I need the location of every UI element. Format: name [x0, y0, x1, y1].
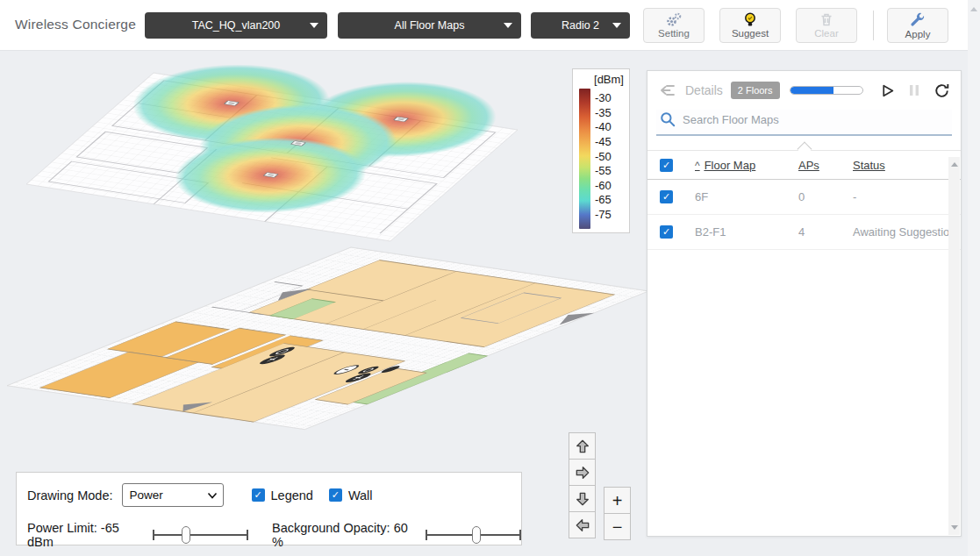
zoom-out-button[interactable]: −	[604, 513, 631, 540]
clear-button[interactable]: Clear	[796, 8, 857, 43]
legend-tick: -65	[595, 194, 612, 205]
floor-name: B2-F1	[695, 225, 798, 239]
pan-up-button[interactable]	[569, 432, 596, 460]
legend-tick: -50	[595, 151, 612, 162]
background-opacity-label: Background Opacity: 60 %	[272, 521, 418, 549]
gears-icon	[665, 12, 683, 27]
scroll-up-icon[interactable]	[951, 162, 958, 167]
table-row-6f[interactable]: 6F 0 -	[647, 180, 961, 215]
table-row-b2f1[interactable]: B2-F1 4 Awaiting Suggestion	[647, 215, 961, 250]
table-header-row: ^Floor Map APs Status	[647, 150, 961, 180]
legend-tick: -60	[595, 180, 612, 191]
power-limit-slider[interactable]	[153, 525, 248, 545]
search-input[interactable]	[683, 113, 950, 126]
legend-title: [dBm]	[579, 73, 624, 86]
page-scrollbar[interactable]	[968, 0, 980, 556]
app-title: Wireless Concierge	[15, 17, 136, 32]
refresh-icon[interactable]	[934, 82, 950, 99]
network-dropdown[interactable]: TAC_HQ_vlan200	[145, 12, 327, 39]
scroll-down-icon[interactable]	[951, 525, 958, 530]
floor-map-b2f1	[7, 247, 648, 430]
legend-tick: -45	[595, 136, 612, 147]
floor-map-table: ^Floor Map APs Status 6F 0 - B2-F1 4 Awa…	[647, 150, 961, 250]
arrow-left-icon	[574, 517, 591, 534]
pan-left-button[interactable]	[569, 511, 596, 538]
row-checkbox[interactable]	[660, 190, 673, 203]
ap-count: 0	[798, 190, 853, 203]
apply-button[interactable]: Apply	[887, 8, 948, 43]
ap-count: 4	[798, 225, 853, 239]
details-panel-header: Details 2 Floors	[647, 71, 961, 106]
table-notch	[797, 142, 812, 157]
top-toolbar: Wireless Concierge TAC_HQ_vlan200 All Fl…	[0, 0, 980, 51]
column-header-status[interactable]: Status	[853, 159, 961, 172]
row-checkbox[interactable]	[660, 225, 673, 239]
caret-down-icon	[504, 23, 512, 28]
power-limit-slider-thumb[interactable]	[182, 526, 190, 544]
floor-maps-dropdown-value: All Floor Maps	[338, 19, 521, 32]
chevron-down-icon	[207, 491, 218, 500]
network-dropdown-value: TAC_HQ_vlan200	[145, 19, 327, 32]
radio-dropdown[interactable]: Radio 2	[531, 12, 630, 39]
details-panel: Details 2 Floors ^Floor Map	[647, 70, 962, 537]
drawing-mode-value: Power	[130, 488, 163, 502]
drawing-controls-panel: Drawing Mode: Power Legend Wall Power Li…	[16, 472, 522, 545]
table-body: 6F 0 - B2-F1 4 Awaiting Suggestion	[647, 180, 961, 250]
floor-maps-dropdown[interactable]: All Floor Maps	[338, 12, 521, 39]
panel-scrollbar[interactable]	[948, 157, 960, 535]
setting-button[interactable]: Setting	[643, 8, 705, 43]
zoom-controls: + −	[604, 488, 631, 540]
legend-checkbox-label: Legend	[271, 488, 313, 503]
column-header-floor-map[interactable]: ^Floor Map	[695, 159, 798, 172]
pan-down-button[interactable]	[569, 485, 596, 512]
legend-checkbox[interactable]	[252, 488, 265, 502]
pan-right-button[interactable]	[569, 459, 596, 486]
apply-button-label: Apply	[905, 29, 931, 39]
legend-tick: -35	[595, 107, 612, 118]
pause-icon[interactable]	[908, 83, 920, 97]
scroll-up-icon[interactable]	[970, 7, 977, 11]
column-header-aps[interactable]: APs	[798, 159, 853, 172]
caret-down-icon	[612, 23, 621, 28]
background-opacity-slider[interactable]	[426, 525, 521, 545]
arrow-right-icon	[574, 464, 591, 481]
clear-button-label: Clear	[814, 28, 838, 39]
background-opacity-slider-thumb[interactable]	[472, 526, 481, 544]
drawing-mode-label: Drawing Mode:	[27, 488, 113, 503]
pan-controls	[569, 433, 596, 538]
wall-checkbox[interactable]	[329, 488, 342, 502]
legend-tick: -55	[595, 165, 612, 176]
suggest-button[interactable]: Suggest	[719, 8, 781, 43]
lightbulb-icon	[743, 12, 757, 27]
floor-name: 6F	[695, 190, 798, 203]
wall-checkbox-label: Wall	[348, 488, 373, 503]
suggest-button-label: Suggest	[732, 28, 769, 39]
legend-toggle[interactable]: Legend	[252, 488, 313, 503]
select-all-checkbox[interactable]	[660, 159, 673, 172]
play-icon[interactable]	[880, 83, 895, 98]
collapse-panel-icon[interactable]	[658, 82, 677, 98]
wall-toggle[interactable]: Wall	[329, 488, 373, 503]
status-text: Awaiting Suggestion	[853, 225, 961, 239]
status-text: -	[853, 190, 961, 203]
arrow-up-icon	[574, 438, 591, 455]
floor-map-search[interactable]	[656, 110, 952, 136]
sort-ascending-icon: ^	[695, 160, 700, 172]
drawing-mode-select[interactable]: Power	[122, 483, 224, 507]
details-label: Details	[685, 83, 723, 97]
power-limit-label: Power Limit: -65 dBm	[27, 521, 146, 549]
search-icon	[660, 111, 676, 127]
dbm-legend: [dBm] -30 -35 -40 -45 -50 -55 -60 -65 -7…	[572, 68, 630, 233]
caret-down-icon	[310, 23, 318, 28]
floor-map-6f	[26, 51, 550, 241]
legend-tick: -30	[595, 92, 612, 103]
legend-tick: -40	[595, 121, 612, 132]
zoom-in-button[interactable]: +	[604, 487, 631, 514]
legend-ticks: -30 -35 -40 -45 -50 -55 -60 -65 -75	[595, 89, 612, 229]
map-canvas[interactable]: [dBm] -30 -35 -40 -45 -50 -55 -60 -65 -7…	[0, 51, 980, 556]
arrow-down-icon	[574, 490, 591, 508]
wrench-icon	[910, 12, 926, 28]
legend-gradient-bar	[579, 89, 590, 229]
progress-fill	[790, 87, 833, 94]
suggestion-progress-bar	[790, 86, 863, 95]
